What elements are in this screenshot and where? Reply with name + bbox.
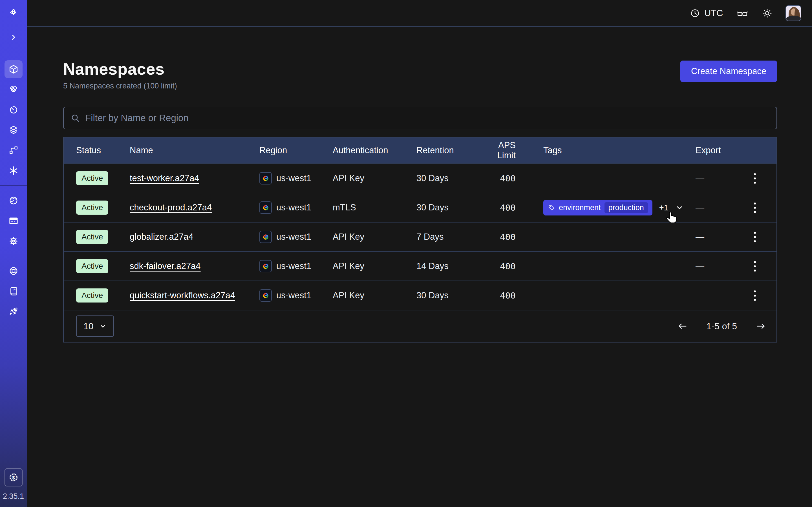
sidebar-item-namespaces[interactable] bbox=[4, 60, 22, 78]
status-badge: Active bbox=[76, 201, 108, 215]
namespace-link[interactable]: quickstart-workflows.a27a4 bbox=[130, 290, 235, 300]
page-subtitle: 5 Namespaces created (100 limit) bbox=[63, 82, 177, 91]
cube-icon bbox=[8, 64, 19, 75]
sidebar-item-nexus[interactable] bbox=[4, 162, 22, 180]
retention-cell: 30 Days bbox=[416, 173, 481, 183]
pricing-button[interactable]: $ bbox=[4, 468, 22, 487]
timezone-label: UTC bbox=[704, 8, 723, 18]
user-avatar[interactable] bbox=[785, 5, 801, 21]
gcp-region-icon bbox=[259, 202, 272, 214]
aps-limit-cell: 400 bbox=[481, 173, 543, 183]
row-menu-button[interactable] bbox=[751, 200, 759, 216]
sidebar-item-billing[interactable] bbox=[4, 212, 22, 230]
row-menu-button[interactable] bbox=[751, 170, 759, 186]
tags-expand-button[interactable] bbox=[675, 203, 684, 212]
aps-limit-cell: 400 bbox=[481, 261, 543, 271]
namespace-link[interactable]: checkout-prod.a27a4 bbox=[130, 203, 212, 212]
sidebar-item-layers[interactable] bbox=[4, 121, 22, 139]
region-label: us-west1 bbox=[276, 173, 311, 183]
gcp-region-icon bbox=[259, 260, 272, 272]
avatar-shirt bbox=[786, 16, 801, 21]
chevron-right-icon bbox=[9, 33, 18, 42]
layers-icon bbox=[8, 125, 19, 135]
auth-cell: API Key bbox=[333, 232, 416, 242]
tags-more-count: +1 bbox=[659, 203, 668, 212]
retention-cell: 30 Days bbox=[416, 290, 481, 300]
auth-cell: API Key bbox=[333, 261, 416, 271]
status-badge: Active bbox=[76, 259, 108, 273]
filter-input[interactable] bbox=[85, 113, 770, 123]
spiral-icon bbox=[8, 84, 19, 95]
export-cell: — bbox=[696, 261, 738, 271]
export-cell: — bbox=[696, 203, 738, 213]
column-header-status: Status bbox=[76, 145, 130, 156]
reader-mode-button[interactable] bbox=[736, 8, 749, 18]
column-header-tags: Tags bbox=[543, 145, 696, 156]
column-header-aps-limit: APS Limit bbox=[481, 140, 543, 161]
sidebar-item-usage[interactable] bbox=[4, 191, 22, 210]
topbar: UTC bbox=[27, 0, 812, 27]
chevron-down-icon bbox=[99, 323, 107, 330]
table-row: Active test-worker.a27a4 us-west1 API Ke… bbox=[64, 163, 776, 193]
glasses-icon bbox=[736, 8, 749, 18]
page-title: Namespaces bbox=[63, 59, 177, 78]
sidebar-item-deployments[interactable] bbox=[4, 142, 22, 159]
page-size-value: 10 bbox=[84, 321, 94, 332]
export-cell: — bbox=[696, 232, 738, 242]
main-content: Namespaces 5 Namespaces created (100 lim… bbox=[27, 27, 812, 507]
row-menu-button[interactable] bbox=[751, 258, 759, 274]
namespaces-table: Status Name Region Authentication Retent… bbox=[63, 137, 777, 342]
theme-toggle-button[interactable] bbox=[762, 8, 772, 18]
sidebar-item-settings[interactable] bbox=[4, 232, 22, 250]
page-size-select[interactable]: 10 bbox=[76, 316, 114, 337]
gcp-region-icon bbox=[259, 289, 272, 302]
sidebar-item-schedules[interactable] bbox=[4, 101, 22, 119]
branch-icon bbox=[8, 145, 19, 156]
sidebar-divider bbox=[0, 256, 27, 256]
row-menu-button[interactable] bbox=[751, 229, 759, 245]
status-badge: Active bbox=[76, 288, 108, 302]
sidebar-item-workflows[interactable] bbox=[4, 80, 22, 99]
create-namespace-button[interactable]: Create Namespace bbox=[680, 61, 777, 82]
sidebar-item-support[interactable] bbox=[4, 262, 22, 280]
status-badge: Active bbox=[76, 171, 108, 185]
table-header-row: Status Name Region Authentication Retent… bbox=[64, 137, 776, 163]
region-label: us-west1 bbox=[276, 203, 311, 213]
temporal-logo-icon bbox=[8, 0, 19, 27]
tag-icon bbox=[548, 204, 555, 211]
app-version: 2.35.1 bbox=[3, 492, 24, 501]
gear-icon bbox=[8, 236, 19, 246]
auth-cell: mTLS bbox=[333, 203, 416, 213]
namespace-link[interactable]: test-worker.a27a4 bbox=[130, 173, 199, 183]
retention-cell: 30 Days bbox=[416, 203, 481, 213]
auth-cell: API Key bbox=[333, 290, 416, 300]
chevron-down-icon bbox=[675, 203, 684, 212]
region-label: us-west1 bbox=[276, 261, 311, 271]
tags-cell: environment production +1 bbox=[543, 200, 696, 216]
svg-text:$: $ bbox=[12, 475, 15, 481]
namespace-link[interactable]: sdk-failover.a27a4 bbox=[130, 261, 201, 271]
region-label: us-west1 bbox=[276, 290, 311, 300]
timezone-selector[interactable]: UTC bbox=[690, 8, 723, 18]
status-badge: Active bbox=[76, 230, 108, 244]
arrow-right-icon bbox=[755, 321, 766, 332]
table-row: Active globalizer.a27a4 us-west1 API Key… bbox=[64, 222, 776, 251]
next-page-button[interactable] bbox=[753, 319, 768, 334]
sidebar-divider bbox=[0, 185, 27, 186]
aps-limit-cell: 400 bbox=[481, 290, 543, 300]
pagination-bar: 10 1-5 of 5 bbox=[64, 310, 776, 342]
row-menu-button[interactable] bbox=[751, 288, 759, 304]
sidebar-item-docs[interactable] bbox=[4, 282, 22, 300]
column-header-retention: Retention bbox=[416, 145, 481, 156]
sidebar-collapse-button[interactable] bbox=[4, 28, 22, 46]
auth-cell: API Key bbox=[333, 173, 416, 183]
sidebar-item-getting-started[interactable] bbox=[4, 302, 22, 321]
previous-page-button[interactable] bbox=[675, 319, 690, 334]
export-cell: — bbox=[696, 290, 738, 300]
column-header-authentication: Authentication bbox=[333, 145, 416, 156]
tag-chip[interactable]: environment production bbox=[543, 200, 652, 216]
namespace-link[interactable]: globalizer.a27a4 bbox=[130, 232, 193, 242]
retention-cell: 14 Days bbox=[416, 261, 481, 271]
table-row: Active quickstart-workflows.a27a4 us-wes… bbox=[64, 281, 776, 310]
dollar-seal-icon: $ bbox=[8, 472, 19, 483]
